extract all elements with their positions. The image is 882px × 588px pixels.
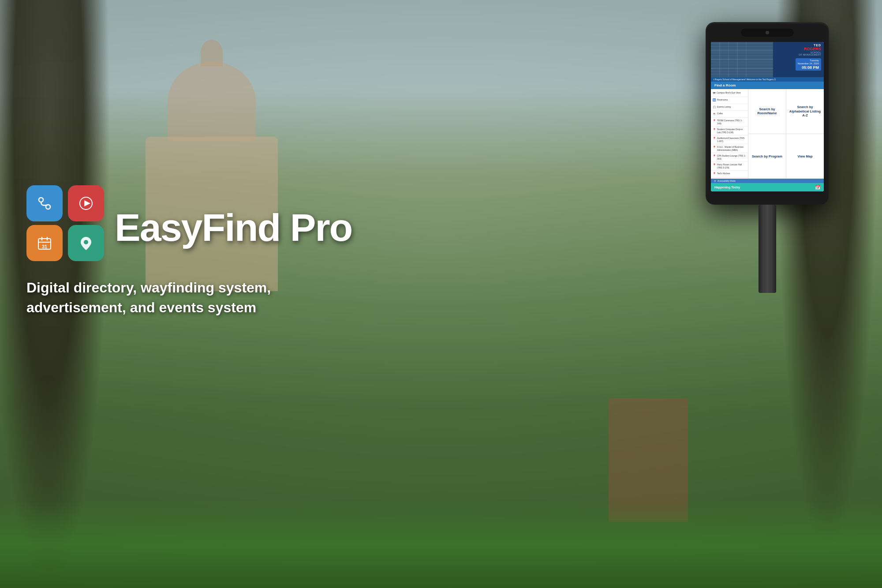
icon-location [68, 225, 104, 261]
restrooms-icon: 🚻 [713, 99, 716, 102]
events-icon: 📋 [713, 106, 716, 109]
auditorium-icon: 📍 [713, 137, 716, 141]
harry-rosen-icon: 📍 [713, 164, 716, 167]
screen-header: TED ROGERS SCHOOL OF MANAGEMENT Tuesday … [711, 42, 824, 77]
cafes-icon: ☕ [713, 112, 716, 116]
school-sub2: OF MANAGEMENT [799, 54, 821, 56]
icon-wayfinding [26, 185, 63, 221]
time-display: 05:08 PM [798, 65, 819, 70]
screen-grid: Search by Room/Name Search by Alphabetic… [748, 89, 824, 179]
date-time-box: Tuesday November 24, 2020 05:08 PM [796, 58, 821, 71]
sidebar-item-cafes[interactable]: ☕ Cafes [711, 111, 748, 118]
accessibility-icon: ♿ [714, 180, 716, 182]
app-icons: 31 [26, 185, 106, 261]
cpa-icon: 📍 [713, 155, 716, 158]
icon-media [68, 185, 104, 221]
svg-text:31: 31 [42, 244, 47, 249]
logo-area: TED ROGERS SCHOOL OF MANAGEMENT Tuesday … [773, 42, 824, 77]
building-image [711, 42, 773, 77]
brand-subtitle: Digital directory, wayfinding system, ad… [26, 278, 335, 318]
sidebar-item-cpa[interactable]: 📍 CPA Student Lounge (TRS 1-003) [711, 153, 748, 162]
search-by-room-button[interactable]: Search by Room/Name [748, 89, 786, 134]
view-map-button[interactable]: View Map [786, 134, 824, 179]
screen-sidebar: 🗺 Campus Bird's Eye View 🚻 Restrooms 📋 E… [711, 89, 748, 179]
svg-marker-3 [84, 200, 90, 206]
sidebar-item-birds-eye[interactable]: 🗺 Campus Bird's Eye View [711, 90, 748, 97]
kiosk-pole [759, 205, 776, 293]
find-room-header[interactable]: Find a Room [711, 82, 824, 89]
grass-ground [0, 500, 882, 588]
svg-rect-10 [711, 42, 773, 77]
camera-bar [741, 29, 794, 37]
screen-body: 🗺 Campus Bird's Eye View 🚻 Restrooms 📋 E… [711, 89, 824, 179]
commons-icon: 📍 [713, 120, 716, 123]
calendar-icon: 📅 [815, 185, 820, 190]
school-logo: TED ROGERS SCHOOL OF MANAGEMENT [799, 44, 821, 56]
kiosk-outer: TED ROGERS SCHOOL OF MANAGEMENT Tuesday … [706, 22, 829, 205]
svg-point-0 [39, 198, 43, 202]
happening-today-label: Happening Today [714, 186, 740, 189]
mba-icon: 📍 [713, 146, 716, 150]
brand-row: 31 EasyFind Pro [26, 185, 370, 270]
sidebar-item-harry-rosen[interactable]: 📍 Harry Rosen Lecture Hall (TRS 3-179) [711, 162, 748, 171]
sidebar-item-mba[interactable]: 📍 3-111 - Master of Business Administrat… [711, 144, 748, 153]
kiosk-device: TED ROGERS SCHOOL OF MANAGEMENT Tuesday … [706, 22, 829, 293]
brand-title: EasyFind Pro [115, 208, 352, 247]
screen-ticker: t Rogers School of Management! Welcome t… [711, 77, 824, 82]
search-alphabetical-button[interactable]: Search by Alphabetical Listing A-Z [786, 89, 824, 134]
svg-point-9 [84, 240, 88, 244]
icon-calendar: 31 [26, 225, 63, 261]
accessibility-bar[interactable]: ♿ Accessibility Mode [711, 179, 824, 183]
kiosk-screen: TED ROGERS SCHOOL OF MANAGEMENT Tuesday … [711, 42, 824, 191]
date-display: Tuesday November 24, 2020 [798, 59, 819, 65]
dome-top [168, 62, 256, 141]
sidebar-item-events[interactable]: 📋 Events Listing [711, 104, 748, 111]
left-content: 31 EasyFind Pro Digital directory, wayfi… [26, 185, 370, 318]
screen-bottom-bar[interactable]: Happening Today 📅 [711, 183, 824, 191]
sidebar-item-computer-lab[interactable]: 📍 Student Computer Drop-in Lab (TRS 3-13… [711, 127, 748, 135]
birds-eye-icon: 🗺 [713, 92, 715, 95]
search-by-program-button[interactable]: Search by Program [748, 134, 786, 179]
teds-kitchen-icon: 📍 [713, 172, 716, 176]
sidebar-item-auditorium[interactable]: 📍 Auditorium/Classroom (TRS 1-067) [711, 135, 748, 144]
sidebar-item-teds-kitchen[interactable]: 📍 Ted's Kitchen [711, 171, 748, 178]
computer-icon: 📍 [713, 128, 716, 132]
accessibility-label: Accessibility Mode [718, 180, 736, 182]
sidebar-item-restrooms[interactable]: 🚻 Restrooms [711, 97, 748, 104]
sidebar-item-commons[interactable]: 📍 TRSM Commons (TRS 1-148) [711, 118, 748, 127]
